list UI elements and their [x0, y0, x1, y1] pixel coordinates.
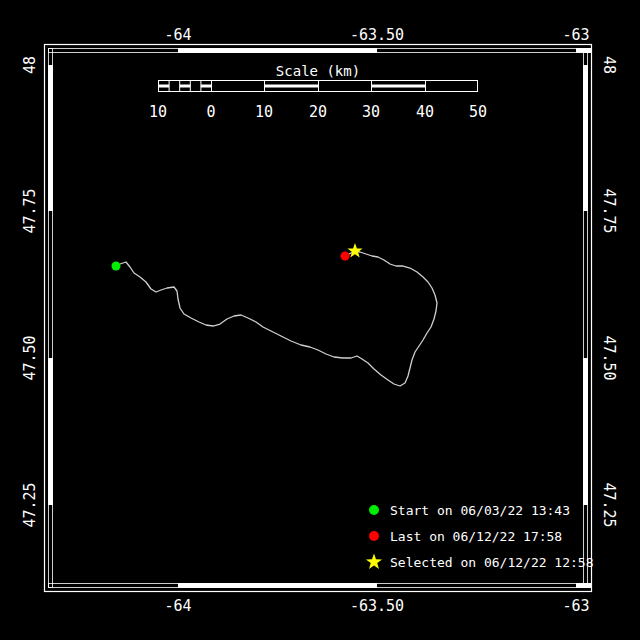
legend-selected-label: Selected on 06/12/22 12:58: [390, 555, 594, 570]
lat-label-right-0: 48: [600, 56, 618, 74]
legend-last-dot-icon: [369, 531, 379, 541]
lat-label-left-2: 47.50: [21, 335, 39, 380]
lon-label-top-1: -63.50: [350, 26, 404, 44]
legend-start-dot-icon: [369, 505, 379, 515]
lat-label-left-3: 47.25: [21, 482, 39, 527]
lon-label-top-0: -64: [164, 26, 191, 44]
lat-label-right-2: 47.50: [600, 335, 618, 380]
scalebar-label-4: 30: [362, 103, 380, 121]
band-seg-top-2: [576, 48, 591, 53]
legend: Start on 06/03/22 13:43 Last on 06/12/22…: [366, 503, 594, 570]
lat-label-right-3: 47.25: [600, 482, 618, 527]
lon-label-bottom-0: -64: [164, 597, 191, 615]
last-marker: [341, 252, 350, 261]
band-seg-bottom-2: [576, 583, 591, 588]
lat-label-right-1: 47.75: [600, 188, 618, 233]
band-seg-top-1: [178, 48, 377, 53]
scalebar-label-0: 10: [149, 103, 167, 121]
background: [0, 0, 640, 640]
band-seg-right-1: [583, 65, 588, 211]
scalebar-label-6: 50: [469, 103, 487, 121]
band-seg-left-1: [48, 65, 53, 211]
lon-label-bottom-2: -63: [562, 597, 589, 615]
start-marker: [112, 262, 121, 271]
band-seg-right-2: [583, 358, 588, 505]
scalebar-label-5: 40: [416, 103, 434, 121]
lat-label-left-1: 47.75: [21, 188, 39, 233]
scalebar-label-3: 20: [309, 103, 327, 121]
scalebar-label-1: 0: [206, 103, 215, 121]
lon-label-bottom-1: -63.50: [350, 597, 404, 615]
scalebar-label-2: 10: [255, 103, 273, 121]
legend-start-label: Start on 06/03/22 13:43: [390, 503, 570, 518]
scalebar-title: Scale (km): [276, 63, 360, 79]
legend-last-label: Last on 06/12/22 17:58: [390, 529, 562, 544]
lon-label-top-2: -63: [562, 26, 589, 44]
lat-label-left-0: 48: [21, 56, 39, 74]
band-seg-left-2: [48, 358, 53, 505]
map-canvas: -64 -63.50 -63 -64 -63.50 -63 48 47.75 4…: [0, 0, 640, 640]
band-seg-bottom-1: [178, 583, 377, 588]
